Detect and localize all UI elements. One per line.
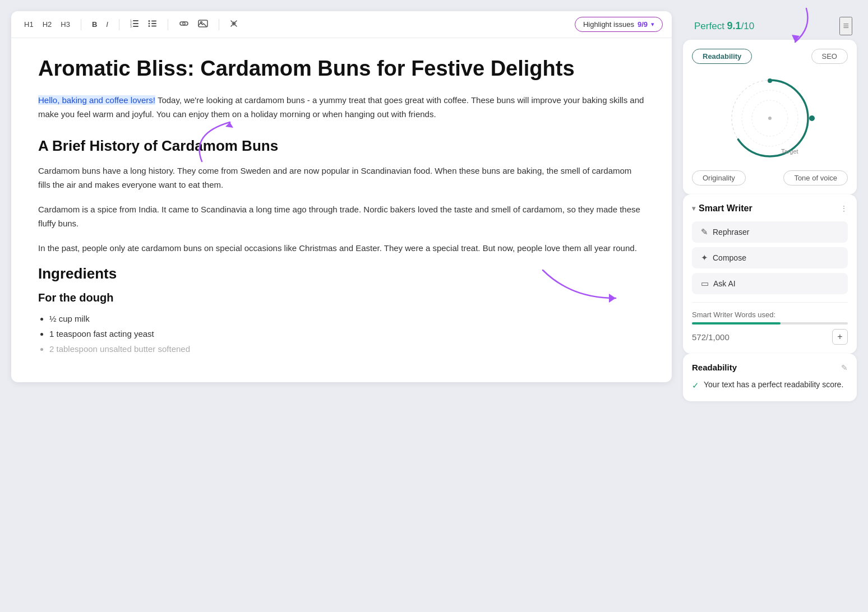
svg-point-23 (768, 117, 772, 120)
heading-buttons: H1 H2 H3 (20, 18, 74, 31)
svg-point-21 (809, 115, 815, 121)
smart-writer-title: ▾ Smart Writer (692, 203, 752, 214)
rephraser-icon: ✎ (701, 227, 708, 237)
format-buttons: B I (88, 18, 112, 31)
highlight-label: Highlight issues (583, 20, 634, 29)
right-panel: Perfect 9.1/10 ≡ Readability SEO (683, 0, 868, 612)
editor-container: H1 H2 H3 B I 1. (11, 11, 672, 382)
svg-point-22 (768, 78, 772, 83)
h1-button[interactable]: H1 (20, 18, 38, 31)
list-item: 2 tablespoon unsalted butter softened (49, 341, 645, 356)
score-label: Perfect 9.1/10 (694, 21, 754, 31)
score-bottom-tabs: Originality Tone of voice (692, 170, 848, 186)
highlighted-phrase: Hello, baking and coffee lovers! (38, 95, 155, 105)
menu-button[interactable]: ≡ (839, 17, 852, 35)
ingredients-heading[interactable]: Ingredients (38, 265, 645, 282)
svg-rect-2 (133, 26, 138, 27)
ask-ai-button[interactable]: ▭ Ask AI (692, 273, 848, 294)
svg-rect-1 (133, 23, 138, 24)
para-3[interactable]: In the past, people only ate cardamom bu… (38, 241, 645, 256)
readability-card: Readability ✎ ✓ Your text has a perfect … (683, 354, 857, 401)
collapse-icon[interactable]: ▾ (692, 205, 695, 212)
h3-button[interactable]: H3 (57, 18, 74, 31)
words-bar-background (692, 322, 848, 324)
svg-rect-9 (151, 21, 156, 22)
score-display: Perfect 9.1/10 (694, 20, 754, 32)
dough-subheading[interactable]: For the dough (38, 291, 645, 304)
image-button[interactable] (194, 17, 212, 32)
svg-rect-0 (133, 20, 138, 21)
unordered-list-button[interactable] (144, 17, 161, 31)
compose-button[interactable]: ✦ Compose (692, 247, 848, 268)
ingredients-list: ½ cup milk 1 teaspoon fast acting yeast … (49, 311, 645, 356)
score-tabs: Readability SEO (692, 49, 848, 64)
rephraser-button[interactable]: ✎ Rephraser (692, 221, 848, 243)
divider-2 (119, 19, 119, 30)
italic-button[interactable]: I (102, 18, 112, 31)
list-buttons: 1. 2. 3. (126, 17, 161, 31)
info-icon[interactable]: ⋮ (840, 204, 848, 213)
tab-originality[interactable]: Originality (692, 170, 746, 186)
svg-marker-14 (225, 122, 233, 128)
list-item: ½ cup milk (49, 311, 645, 326)
tab-readability[interactable]: Readability (692, 49, 752, 64)
para-2[interactable]: Cardamom is a spice from India. It came … (38, 202, 645, 231)
highlight-count: 9/9 (638, 20, 648, 29)
chevron-down-icon: ▾ (651, 21, 654, 28)
words-bar-fill (692, 322, 781, 324)
score-card: Readability SEO (683, 40, 857, 194)
svg-point-8 (148, 25, 150, 27)
para-1[interactable]: Cardamom buns have a long history. They … (38, 164, 645, 192)
tab-tone-of-voice[interactable]: Tone of voice (783, 170, 848, 186)
score-value: 9.1 (727, 20, 741, 31)
bold-button[interactable]: B (88, 18, 101, 31)
article-title[interactable]: Aromatic Bliss: Cardamom Buns for Festiv… (38, 56, 645, 82)
smart-writer-card: ▾ Smart Writer ⋮ ✎ Rephraser ✦ Compose ▭… (683, 194, 857, 354)
check-icon: ✓ (692, 379, 699, 392)
ordered-list-button[interactable]: 1. 2. 3. (126, 17, 143, 31)
svg-point-7 (148, 23, 150, 25)
smart-writer-header: ▾ Smart Writer ⋮ (692, 203, 848, 214)
ask-ai-icon: ▭ (701, 279, 709, 289)
score-circle-container: Target (692, 71, 848, 166)
highlight-issues-button[interactable]: Highlight issues 9/9 ▾ (575, 17, 663, 32)
list-item: 1 teaspoon fast acting yeast (49, 326, 645, 341)
svg-rect-10 (151, 23, 156, 24)
intro-paragraph[interactable]: Hello, baking and coffee lovers! Today, … (38, 93, 645, 122)
words-section: Smart Writer Words used: 572/1,000 + (692, 302, 848, 345)
words-count-row: 572/1,000 + (692, 329, 848, 345)
readability-check-text: Your text has a perfect readability scor… (704, 379, 843, 391)
toolbar: H1 H2 H3 B I 1. (11, 11, 672, 38)
h2-button[interactable]: H2 (39, 18, 56, 31)
edit-icon[interactable]: ✎ (841, 363, 848, 372)
svg-text:3.: 3. (130, 25, 132, 27)
words-label: Smart Writer Words used: (692, 310, 848, 319)
svg-point-6 (148, 20, 150, 22)
svg-text:Target: Target (781, 148, 798, 155)
clear-format-button[interactable] (226, 17, 242, 31)
history-heading[interactable]: A Brief History of Cardamom Buns (38, 137, 645, 155)
editor-content[interactable]: Aromatic Bliss: Cardamom Buns for Festiv… (11, 38, 672, 382)
score-header-area: Perfect 9.1/10 ≡ (683, 11, 857, 35)
divider-3 (168, 19, 168, 30)
insert-buttons (175, 17, 212, 32)
divider-4 (219, 19, 219, 30)
add-words-button[interactable]: + (832, 329, 848, 345)
link-button[interactable] (175, 18, 193, 31)
readability-title: Readability (692, 363, 737, 372)
svg-rect-11 (151, 26, 156, 27)
tab-seo[interactable]: SEO (811, 49, 848, 64)
compose-icon: ✦ (701, 253, 708, 263)
divider-1 (81, 19, 81, 30)
editor-section: H1 H2 H3 B I 1. (0, 0, 683, 612)
readability-check: ✓ Your text has a perfect readability sc… (692, 379, 848, 392)
score-circle-chart: Target (722, 71, 818, 166)
main-layout: H1 H2 H3 B I 1. (0, 0, 868, 612)
words-count: 572/1,000 (692, 332, 730, 342)
readability-header: Readability ✎ (692, 363, 848, 372)
